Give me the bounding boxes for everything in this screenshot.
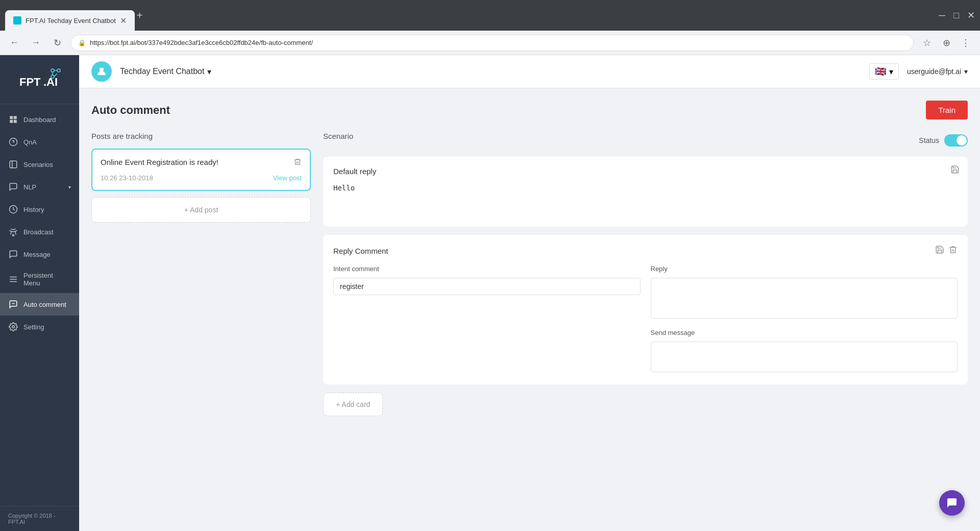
lang-chevron-icon: ▾ xyxy=(889,67,893,77)
sidebar-logo: FPT .AI xyxy=(0,55,79,104)
add-post-button[interactable]: + Add post xyxy=(91,197,311,223)
back-button[interactable]: ← xyxy=(6,35,22,51)
default-reply-card: Default reply Hello xyxy=(323,157,968,227)
bot-name-chevron-icon: ▾ xyxy=(207,67,211,77)
page-title: Auto comment xyxy=(91,104,170,117)
default-reply-input[interactable]: Hello xyxy=(333,184,958,214)
svg-rect-14 xyxy=(10,161,17,168)
svg-point-12 xyxy=(10,138,17,146)
view-post-link[interactable]: View post xyxy=(273,174,302,182)
train-button[interactable]: Train xyxy=(926,101,968,119)
sidebar: FPT .AI Dashboard xyxy=(0,55,79,531)
status-label: Status xyxy=(919,136,939,144)
reply-label: Reply xyxy=(651,265,958,273)
sidebar-label-history: History xyxy=(23,206,44,213)
post-meta: 10:26 23-10-2018 View post xyxy=(101,174,302,182)
post-date: 10:26 23-10-2018 xyxy=(101,174,153,182)
post-card-header: Online Event Registration is ready! xyxy=(101,158,302,168)
sidebar-item-setting[interactable]: Setting xyxy=(0,316,79,338)
sidebar-item-qna[interactable]: QnA xyxy=(0,131,79,153)
persistent-menu-icon xyxy=(8,274,18,284)
svg-point-23 xyxy=(100,67,104,71)
sidebar-item-history[interactable]: History xyxy=(0,198,79,221)
sidebar-label-qna: QnA xyxy=(23,138,37,146)
qna-icon xyxy=(8,137,18,147)
user-chevron-icon: ▾ xyxy=(964,67,968,76)
main-content: Techday Event Chatbot ▾ 🇬🇧 ▾ userguide@f… xyxy=(79,55,980,531)
svg-rect-10 xyxy=(10,120,13,123)
forward-button[interactable]: → xyxy=(28,35,44,51)
add-card-button[interactable]: + Add card xyxy=(323,393,383,416)
content-grid: Posts are tracking Online Event Registra… xyxy=(91,132,968,416)
send-message-label: Send message xyxy=(651,329,958,336)
send-message-input[interactable] xyxy=(651,342,958,372)
tab-close-button[interactable]: ✕ xyxy=(120,16,127,26)
add-tab-button[interactable]: + xyxy=(137,10,143,21)
active-tab[interactable]: FPT.AI Techday Event Chatbot ✕ xyxy=(5,10,135,31)
svg-text:.AI: .AI xyxy=(43,76,58,88)
save-reply-comment-button[interactable] xyxy=(935,245,944,257)
sidebar-item-persistent-menu[interactable]: Persistent Menu xyxy=(0,266,79,293)
app-layout: FPT .AI Dashboard xyxy=(0,55,980,531)
sidebar-item-dashboard[interactable]: Dashboard xyxy=(0,108,79,131)
sidebar-item-broadcast[interactable]: Broadcast xyxy=(0,221,79,243)
dashboard-icon xyxy=(8,114,18,125)
sidebar-item-scenarios[interactable]: Scenarios xyxy=(0,153,79,176)
close-button[interactable]: ✕ xyxy=(967,10,975,21)
minimize-button[interactable]: ─ xyxy=(939,10,945,21)
tab-title: FPT.AI Techday Event Chatbot xyxy=(26,17,116,25)
auto-comment-icon xyxy=(8,299,18,309)
right-panel: Scenario Status Default reply Hello xyxy=(323,132,968,416)
reply-columns: Intent comment Reply Send message xyxy=(333,265,958,374)
chat-bubble-button[interactable] xyxy=(939,490,965,516)
intent-comment-column: Intent comment xyxy=(333,265,641,374)
star-icon[interactable]: ☆ xyxy=(919,35,935,51)
nlp-chevron-icon: ▾ xyxy=(68,184,71,190)
svg-rect-8 xyxy=(10,116,13,119)
card-actions xyxy=(935,245,958,257)
sidebar-item-message[interactable]: Message xyxy=(0,243,79,266)
logo-svg: FPT .AI xyxy=(17,65,63,93)
svg-point-3 xyxy=(57,69,60,72)
svg-rect-24 xyxy=(100,67,103,68)
extensions-icon[interactable]: ⊕ xyxy=(938,35,954,51)
toolbar-actions: ☆ ⊕ ⋮ xyxy=(919,35,974,51)
delete-post-icon[interactable] xyxy=(293,158,302,168)
sidebar-label-dashboard: Dashboard xyxy=(23,116,56,124)
language-selector[interactable]: 🇬🇧 ▾ xyxy=(869,63,899,80)
maximize-button[interactable]: □ xyxy=(953,10,959,21)
refresh-button[interactable]: ↻ xyxy=(49,35,65,51)
tab-favicon xyxy=(13,16,21,25)
reply-column: Reply Send message xyxy=(651,265,958,374)
sidebar-item-nlp[interactable]: NLP ▾ xyxy=(0,176,79,198)
top-header: Techday Event Chatbot ▾ 🇬🇧 ▾ userguide@f… xyxy=(79,55,980,88)
posts-section-title: Posts are tracking xyxy=(91,132,311,140)
message-icon xyxy=(8,249,18,259)
sidebar-label-setting: Setting xyxy=(23,323,44,331)
page-header: Auto comment Train xyxy=(91,101,968,119)
sidebar-item-auto-comment[interactable]: Auto comment xyxy=(0,293,79,316)
intent-comment-input[interactable] xyxy=(333,278,641,295)
reply-textarea[interactable] xyxy=(651,278,958,319)
address-bar[interactable]: 🔒 https://bot.fpt.ai/bot/337e492bdec3af1… xyxy=(70,35,914,51)
svg-point-2 xyxy=(51,69,54,72)
sidebar-label-broadcast: Broadcast xyxy=(23,228,54,236)
broadcast-icon xyxy=(8,227,18,237)
lock-icon: 🔒 xyxy=(78,39,86,46)
delete-reply-comment-button[interactable] xyxy=(948,245,958,257)
menu-icon[interactable]: ⋮ xyxy=(958,35,974,51)
save-default-reply-icon[interactable] xyxy=(950,165,960,177)
sidebar-navigation: Dashboard QnA Scenarios NLP ▾ xyxy=(0,104,79,506)
browser-chrome: FPT.AI Techday Event Chatbot ✕ + ─ □ ✕ xyxy=(0,0,980,31)
browser-toolbar: ← → ↻ 🔒 https://bot.fpt.ai/bot/337e492bd… xyxy=(0,31,980,55)
scenario-label: Scenario xyxy=(323,132,353,140)
page-content: Auto comment Train Posts are tracking On… xyxy=(79,88,980,531)
status-toggle[interactable] xyxy=(944,134,968,147)
svg-point-17 xyxy=(13,234,14,236)
post-title: Online Event Registration is ready! xyxy=(101,158,293,166)
bot-name-selector[interactable]: Techday Event Chatbot ▾ xyxy=(120,67,211,77)
sidebar-footer: Copyright © 2018 - FPT.AI xyxy=(0,506,79,531)
scenario-header: Scenario Status xyxy=(323,132,968,149)
user-account-selector[interactable]: userguide@fpt.ai ▾ xyxy=(907,67,968,76)
sidebar-label-scenarios: Scenarios xyxy=(23,161,53,168)
